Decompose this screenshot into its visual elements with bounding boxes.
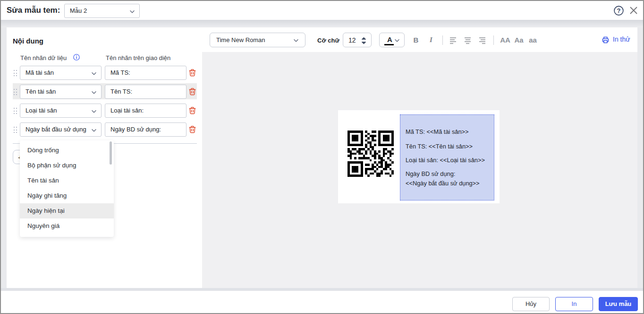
svg-text:?: ? [617,7,621,14]
